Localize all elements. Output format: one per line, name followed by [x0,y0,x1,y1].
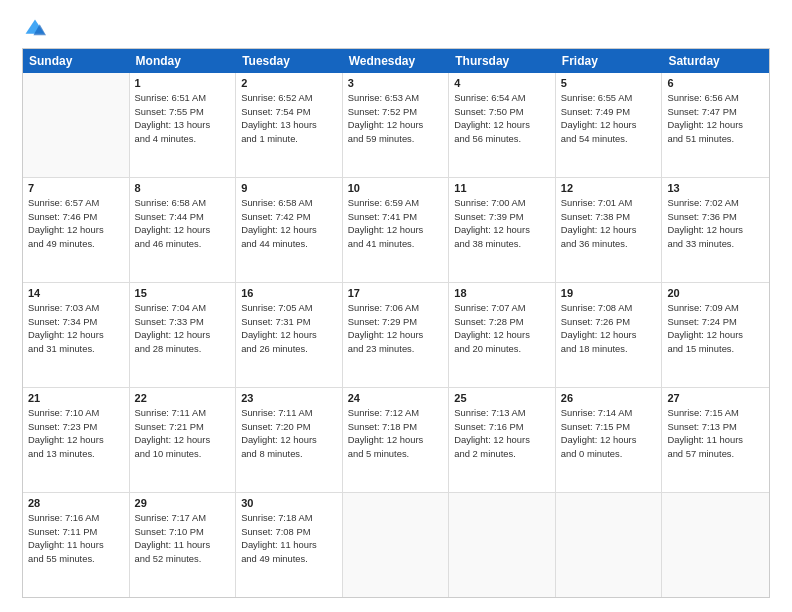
cal-header-saturday: Saturday [662,49,769,73]
day-number: 3 [348,77,444,89]
cell-line: and 26 minutes. [241,342,337,356]
cell-line: Sunrise: 6:58 AM [135,196,231,210]
cal-cell [343,493,450,597]
day-number: 19 [561,287,657,299]
header [22,18,770,40]
cell-line: Daylight: 12 hours [454,328,550,342]
cell-line: Daylight: 12 hours [241,328,337,342]
cal-cell [23,73,130,177]
cell-line: Sunrise: 7:09 AM [667,301,764,315]
day-number: 14 [28,287,124,299]
cell-line: Sunset: 7:39 PM [454,210,550,224]
cell-line: Sunrise: 7:03 AM [28,301,124,315]
cal-header-wednesday: Wednesday [343,49,450,73]
cal-cell: 24Sunrise: 7:12 AMSunset: 7:18 PMDayligh… [343,388,450,492]
day-number: 2 [241,77,337,89]
cal-cell: 19Sunrise: 7:08 AMSunset: 7:26 PMDayligh… [556,283,663,387]
cal-cell: 18Sunrise: 7:07 AMSunset: 7:28 PMDayligh… [449,283,556,387]
cal-week-5: 28Sunrise: 7:16 AMSunset: 7:11 PMDayligh… [23,493,769,597]
cell-line: Daylight: 13 hours [241,118,337,132]
day-number: 15 [135,287,231,299]
cal-cell: 23Sunrise: 7:11 AMSunset: 7:20 PMDayligh… [236,388,343,492]
cal-header-thursday: Thursday [449,49,556,73]
cell-line: and 49 minutes. [241,552,337,566]
day-number: 10 [348,182,444,194]
day-number: 1 [135,77,231,89]
cell-line: and 52 minutes. [135,552,231,566]
cal-cell: 26Sunrise: 7:14 AMSunset: 7:15 PMDayligh… [556,388,663,492]
day-number: 7 [28,182,124,194]
cell-line: Sunrise: 6:57 AM [28,196,124,210]
cell-line: and 15 minutes. [667,342,764,356]
day-number: 20 [667,287,764,299]
cell-line: Daylight: 12 hours [454,433,550,447]
cell-line: Daylight: 12 hours [135,328,231,342]
cell-line: and 1 minute. [241,132,337,146]
cell-line: Sunset: 7:38 PM [561,210,657,224]
cell-line: Sunrise: 7:11 AM [241,406,337,420]
cell-line: Daylight: 12 hours [28,328,124,342]
cell-line: Sunset: 7:50 PM [454,105,550,119]
cell-line: Sunset: 7:47 PM [667,105,764,119]
day-number: 23 [241,392,337,404]
cell-line: Daylight: 12 hours [561,223,657,237]
cal-cell: 1Sunrise: 6:51 AMSunset: 7:55 PMDaylight… [130,73,237,177]
cell-line: and 56 minutes. [454,132,550,146]
cal-week-2: 7Sunrise: 6:57 AMSunset: 7:46 PMDaylight… [23,178,769,283]
cell-line: Sunrise: 7:17 AM [135,511,231,525]
cell-line: and 57 minutes. [667,447,764,461]
cell-line: Sunset: 7:44 PM [135,210,231,224]
cell-line: Sunrise: 7:07 AM [454,301,550,315]
cal-cell: 17Sunrise: 7:06 AMSunset: 7:29 PMDayligh… [343,283,450,387]
cell-line: Daylight: 12 hours [561,118,657,132]
cell-line: Daylight: 12 hours [348,118,444,132]
cell-line: Sunrise: 7:18 AM [241,511,337,525]
cell-line: Sunrise: 6:51 AM [135,91,231,105]
cal-cell: 12Sunrise: 7:01 AMSunset: 7:38 PMDayligh… [556,178,663,282]
cell-line: Sunset: 7:49 PM [561,105,657,119]
day-number: 5 [561,77,657,89]
day-number: 26 [561,392,657,404]
cell-line: Daylight: 12 hours [28,223,124,237]
cell-line: Sunset: 7:55 PM [135,105,231,119]
cell-line: Daylight: 12 hours [561,433,657,447]
cal-cell: 21Sunrise: 7:10 AMSunset: 7:23 PMDayligh… [23,388,130,492]
cell-line: Daylight: 12 hours [28,433,124,447]
cell-line: and 31 minutes. [28,342,124,356]
day-number: 25 [454,392,550,404]
cell-line: and 59 minutes. [348,132,444,146]
cell-line: Sunset: 7:15 PM [561,420,657,434]
cell-line: Sunrise: 6:55 AM [561,91,657,105]
cell-line: Sunrise: 7:12 AM [348,406,444,420]
cell-line: Sunset: 7:16 PM [454,420,550,434]
cell-line: Sunrise: 7:04 AM [135,301,231,315]
cal-header-tuesday: Tuesday [236,49,343,73]
cell-line: Daylight: 12 hours [348,433,444,447]
cell-line: Sunrise: 7:10 AM [28,406,124,420]
cell-line: Sunset: 7:31 PM [241,315,337,329]
cell-line: Sunset: 7:41 PM [348,210,444,224]
cell-line: Daylight: 12 hours [348,328,444,342]
cell-line: Daylight: 11 hours [241,538,337,552]
cell-line: and 54 minutes. [561,132,657,146]
cal-cell: 3Sunrise: 6:53 AMSunset: 7:52 PMDaylight… [343,73,450,177]
cell-line: Sunrise: 6:58 AM [241,196,337,210]
cal-cell: 25Sunrise: 7:13 AMSunset: 7:16 PMDayligh… [449,388,556,492]
cell-line: and 28 minutes. [135,342,231,356]
cell-line: Daylight: 11 hours [135,538,231,552]
cal-cell [449,493,556,597]
cell-line: Sunset: 7:11 PM [28,525,124,539]
cal-cell: 27Sunrise: 7:15 AMSunset: 7:13 PMDayligh… [662,388,769,492]
cell-line: and 2 minutes. [454,447,550,461]
cell-line: Daylight: 12 hours [135,433,231,447]
cell-line: Sunrise: 7:05 AM [241,301,337,315]
cell-line: and 13 minutes. [28,447,124,461]
page: SundayMondayTuesdayWednesdayThursdayFrid… [0,0,792,612]
cal-cell: 14Sunrise: 7:03 AMSunset: 7:34 PMDayligh… [23,283,130,387]
day-number: 11 [454,182,550,194]
cal-cell: 16Sunrise: 7:05 AMSunset: 7:31 PMDayligh… [236,283,343,387]
cal-week-4: 21Sunrise: 7:10 AMSunset: 7:23 PMDayligh… [23,388,769,493]
cell-line: Sunrise: 7:02 AM [667,196,764,210]
day-number: 4 [454,77,550,89]
cell-line: Sunrise: 6:54 AM [454,91,550,105]
